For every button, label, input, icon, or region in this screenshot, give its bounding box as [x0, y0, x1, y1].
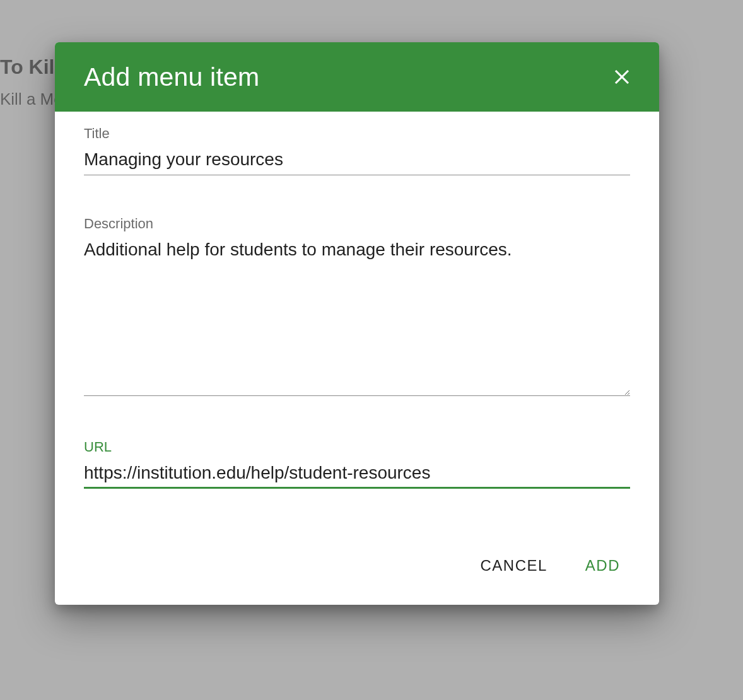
- title-label: Title: [84, 125, 630, 142]
- title-field: Title: [84, 125, 630, 175]
- description-field: Description: [84, 216, 630, 399]
- description-label: Description: [84, 216, 630, 232]
- title-input[interactable]: [84, 146, 630, 175]
- close-icon: [612, 67, 631, 86]
- dialog-header: Add menu item: [55, 42, 659, 112]
- dialog-body: Title Description URL: [55, 112, 659, 535]
- add-button[interactable]: ADD: [582, 554, 624, 577]
- close-button[interactable]: [607, 62, 636, 91]
- add-menu-item-dialog: Add menu item Title Description URL CANC…: [55, 42, 659, 605]
- dialog-actions: CANCEL ADD: [55, 535, 659, 605]
- url-input[interactable]: [84, 459, 630, 489]
- cancel-button[interactable]: CANCEL: [476, 554, 551, 577]
- dialog-title: Add menu item: [84, 62, 259, 92]
- description-input[interactable]: [84, 236, 630, 396]
- url-label: URL: [84, 439, 630, 455]
- url-field: URL: [84, 439, 630, 489]
